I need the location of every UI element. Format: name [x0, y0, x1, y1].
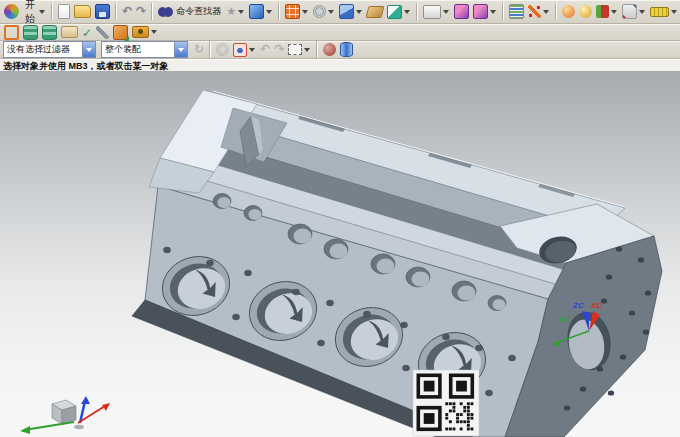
divider [555, 3, 557, 20]
wcs-label-zc: ZC [572, 301, 584, 310]
toolbar-standard: 开始 ↶ ↷ 命令查找器 ★ [0, 0, 680, 24]
snap-point-icon[interactable] [216, 43, 229, 56]
window-icon[interactable] [285, 4, 300, 19]
check-icon[interactable]: ✓ [82, 26, 92, 39]
display-gear-icon[interactable] [313, 5, 326, 18]
view-orientation-triad [20, 396, 110, 434]
wcs-label-yc: YC [558, 315, 569, 324]
orient-up-icon[interactable]: ↶ [260, 43, 270, 56]
divider [278, 3, 280, 20]
wcs-label-xc: XC [590, 301, 602, 310]
marquee-select-icon[interactable] [288, 44, 302, 55]
divider [115, 3, 117, 20]
assembly-constraint-icon[interactable] [473, 4, 488, 19]
selection-filter-value: 没有选择过滤器 [4, 43, 82, 56]
show-hide-icon[interactable] [596, 5, 609, 18]
chevron-down-icon[interactable] [39, 10, 45, 14]
combo-dropdown-button[interactable] [174, 42, 187, 57]
snap-point-active-icon[interactable] [233, 43, 247, 57]
nx-window: 开始 ↶ ↷ 命令查找器 ★ [0, 0, 680, 437]
cylinder-icon[interactable] [340, 42, 353, 57]
datum-plane-icon[interactable] [387, 5, 402, 19]
key-tool-icon[interactable] [579, 5, 592, 18]
chevron-down-icon[interactable] [404, 10, 410, 14]
chevron-down-icon[interactable] [238, 10, 244, 14]
qr-code [413, 370, 479, 436]
toolbar-utility: ✓ [0, 24, 680, 41]
export-box-icon[interactable] [113, 25, 128, 40]
ruler-icon[interactable] [650, 7, 669, 17]
engine-block-canvas[interactable]: ZC XC YC [0, 71, 680, 437]
chevron-down-icon[interactable] [490, 10, 496, 14]
refresh-icon[interactable]: ↻ [194, 43, 204, 56]
divider [209, 41, 211, 58]
chevron-down-icon[interactable] [671, 10, 677, 14]
chevron-down-icon[interactable] [356, 10, 362, 14]
database-copy-icon[interactable] [42, 25, 57, 40]
sketch-plane-icon[interactable] [366, 6, 385, 18]
new-file-icon[interactable] [58, 4, 70, 19]
selection-filter-combo[interactable]: 没有选择过滤器 [3, 41, 96, 58]
routing-curve-icon[interactable] [528, 5, 541, 18]
nx-logo-icon [4, 4, 19, 19]
start-menu-button[interactable]: 开始 [21, 2, 39, 21]
selection-bar: 没有选择过滤器 整个装配 ↻ ↶ ↷ [0, 41, 680, 59]
camera-icon[interactable] [132, 26, 149, 38]
combo-dropdown-button[interactable] [82, 42, 95, 57]
navigator-layers-icon[interactable] [509, 4, 524, 19]
chevron-down-icon[interactable] [639, 10, 645, 14]
chevron-down-icon[interactable] [611, 10, 617, 14]
render-style-swatch[interactable] [423, 5, 441, 19]
chevron-down-icon[interactable] [266, 10, 272, 14]
divider [416, 3, 418, 20]
divider [151, 3, 153, 20]
command-finder-label[interactable]: 命令查找器 [176, 5, 221, 18]
open-file-icon[interactable] [74, 5, 91, 18]
save-icon[interactable] [95, 4, 110, 19]
history-palette-icon[interactable]: ★ [226, 5, 236, 18]
command-finder-icon[interactable] [158, 7, 173, 17]
assembly-scope-combo[interactable]: 整个装配 [101, 41, 188, 58]
divider [502, 3, 504, 20]
chevron-down-icon[interactable] [443, 10, 449, 14]
chevron-down-icon[interactable] [151, 30, 157, 34]
chevron-down-icon[interactable] [249, 48, 255, 52]
assembly-scope-value: 整个装配 [102, 43, 174, 56]
select-frame-icon[interactable] [4, 25, 19, 40]
redo-icon[interactable]: ↷ [136, 5, 146, 18]
sphere-tool-icon[interactable] [562, 5, 575, 18]
move-component-icon[interactable] [454, 4, 469, 19]
start-menu-label: 开始 [25, 0, 35, 26]
database-icon[interactable] [23, 25, 38, 40]
orient-down-icon[interactable]: ↷ [274, 43, 284, 56]
engine-block-model[interactable] [132, 90, 662, 437]
divider [316, 41, 318, 58]
wrench-icon[interactable] [96, 26, 109, 39]
touch-part-icon[interactable] [249, 4, 264, 19]
undo-icon[interactable]: ↶ [122, 5, 132, 18]
measure-icon[interactable] [622, 4, 637, 19]
chevron-down-icon[interactable] [543, 10, 549, 14]
graphics-viewport[interactable]: ZC XC YC www.haodiy.net shop35392304.tao… [0, 71, 680, 437]
chevron-down-icon[interactable] [302, 10, 308, 14]
view-cube-icon[interactable] [339, 4, 354, 19]
globe-icon[interactable] [323, 43, 336, 56]
divider [51, 3, 53, 20]
chevron-down-icon[interactable] [328, 10, 334, 14]
envelope-icon[interactable] [61, 26, 78, 38]
chevron-down-icon[interactable] [304, 48, 310, 52]
